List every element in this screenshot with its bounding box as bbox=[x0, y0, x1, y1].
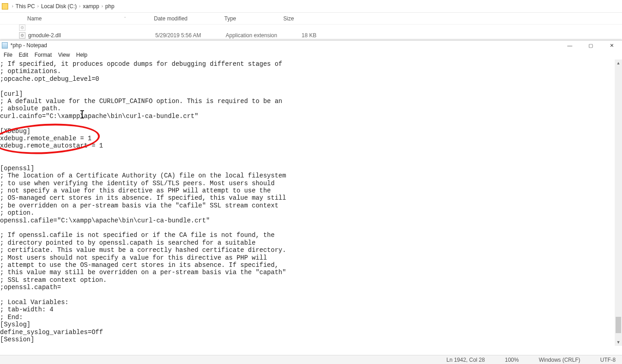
column-size[interactable]: Size bbox=[283, 15, 320, 22]
status-zoom: 100% bbox=[503, 357, 521, 363]
menu-file[interactable]: File bbox=[1, 52, 15, 58]
file-row[interactable]: ⚙gmodule-2.dll 5/29/2019 5:56 AM Applica… bbox=[0, 31, 622, 40]
minimize-button[interactable]: — bbox=[559, 40, 580, 50]
column-type[interactable]: Type bbox=[224, 15, 283, 22]
titlebar[interactable]: *php - Notepad — ▢ ✕ bbox=[0, 40, 622, 50]
dll-file-icon: ⚙ bbox=[19, 32, 25, 39]
menu-view[interactable]: View bbox=[55, 52, 73, 58]
window-controls: — ▢ ✕ bbox=[559, 40, 622, 50]
chevron-right-icon: › bbox=[78, 4, 81, 9]
dll-file-icon: ⚙ bbox=[19, 25, 25, 31]
folder-icon bbox=[2, 3, 8, 10]
notepad-window: *php - Notepad — ▢ ✕ File Edit Format Vi… bbox=[0, 40, 622, 364]
window-title: *php - Notepad bbox=[10, 42, 47, 49]
statusbar: Ln 1942, Col 28 100% Windows (CRLF) UTF-… bbox=[0, 355, 622, 364]
breadcrumb-item[interactable]: Local Disk (C:) bbox=[39, 3, 78, 10]
file-explorer: › This PC › Local Disk (C:) › xampp › ph… bbox=[0, 0, 622, 41]
file-size: 18 KB bbox=[285, 32, 321, 39]
notepad-icon bbox=[2, 42, 8, 49]
column-headers: Name ⌃ Date modified Type Size bbox=[0, 13, 622, 25]
file-name: gmodule-2.dll bbox=[28, 32, 61, 39]
editor-text[interactable]: ; If specified, it produces opcode dumps… bbox=[0, 59, 615, 346]
breadcrumb-item[interactable]: php bbox=[104, 3, 116, 10]
status-position: Ln 1942, Col 28 bbox=[444, 357, 487, 363]
scrollbar-thumb[interactable] bbox=[616, 317, 621, 333]
status-line-ending: Windows (CRLF) bbox=[537, 357, 582, 363]
file-date: 5/29/2019 5:56 AM bbox=[155, 32, 226, 39]
close-button[interactable]: ✕ bbox=[601, 40, 622, 50]
breadcrumb-item[interactable]: This PC bbox=[14, 3, 36, 10]
chevron-right-icon: › bbox=[11, 4, 14, 9]
status-encoding: UTF-8 bbox=[598, 357, 617, 363]
scrollbar-track[interactable] bbox=[615, 67, 622, 339]
column-name[interactable]: Name bbox=[27, 15, 155, 22]
column-date[interactable]: Date modified bbox=[154, 15, 224, 22]
menu-edit[interactable]: Edit bbox=[16, 52, 31, 58]
chevron-right-icon: › bbox=[36, 4, 39, 9]
breadcrumb[interactable]: › This PC › Local Disk (C:) › xampp › ph… bbox=[0, 0, 622, 13]
vertical-scrollbar[interactable]: ▲ ▼ bbox=[615, 59, 622, 346]
menubar: File Edit Format View Help bbox=[0, 50, 622, 59]
chevron-right-icon: › bbox=[100, 4, 104, 9]
scroll-down-icon[interactable]: ▼ bbox=[615, 339, 622, 346]
editor-body: ; If specified, it produces opcode dumps… bbox=[0, 59, 622, 355]
breadcrumb-item[interactable]: xampp bbox=[81, 3, 100, 10]
file-type: Application extension bbox=[226, 32, 285, 39]
sort-indicator-icon: ⌃ bbox=[123, 16, 127, 20]
maximize-button[interactable]: ▢ bbox=[580, 40, 601, 50]
menu-help[interactable]: Help bbox=[74, 52, 90, 58]
menu-format[interactable]: Format bbox=[32, 52, 54, 58]
file-row[interactable]: ⚙ bbox=[0, 25, 622, 31]
scroll-up-icon[interactable]: ▲ bbox=[615, 59, 622, 67]
